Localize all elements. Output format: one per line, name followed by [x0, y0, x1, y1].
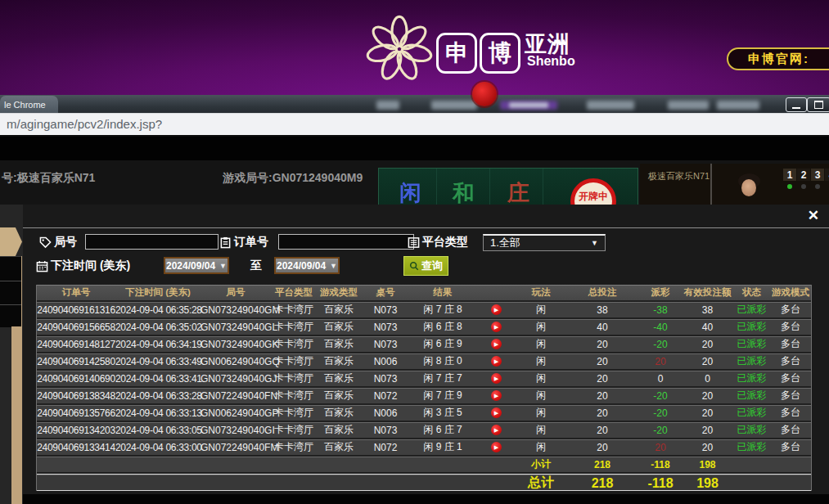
- nav-item-blurred[interactable]: [668, 101, 709, 110]
- column-header: 状态: [733, 286, 770, 299]
- order-no-cell: 240904069142580: [37, 356, 115, 367]
- nav-item-blurred[interactable]: [717, 101, 759, 110]
- subtotal-label: 小计: [516, 457, 565, 471]
- column-header: 桌号: [361, 286, 410, 299]
- status-cell: 已派彩: [733, 406, 770, 420]
- total-valid-bet: 198: [682, 476, 733, 491]
- camera-number[interactable]: 2: [797, 169, 810, 181]
- nav-item-blurred[interactable]: [376, 101, 399, 110]
- close-icon[interactable]: ✕: [808, 207, 819, 224]
- replay-button[interactable]: ▶: [491, 356, 502, 367]
- play-icon: ▶: [494, 324, 498, 330]
- replay-button[interactable]: ▶: [491, 442, 502, 452]
- bet-zone-banker[interactable]: 庄: [507, 178, 529, 208]
- order-no-cell: 240904069133414: [37, 442, 115, 453]
- date-to-select[interactable]: 2024/09/04 ▼: [274, 257, 340, 274]
- search-icon: [409, 261, 419, 271]
- table-row: 240904069135766 2024-09-04 06:33:13 GN00…: [37, 405, 811, 421]
- result-cell: 闲 8 庄 0: [410, 354, 475, 368]
- camera-number[interactable]: 4: [825, 169, 829, 181]
- date-from-select[interactable]: 2024/09/04 ▼: [164, 257, 229, 274]
- total-total-bet: 218: [565, 476, 639, 491]
- total-bet-cell: 40: [565, 322, 639, 333]
- platform-cell: 卡卡湾厅: [271, 423, 317, 437]
- platform-type-select[interactable]: 1.全部 ▼: [483, 234, 606, 251]
- dealer-face: [741, 179, 756, 196]
- column-header: 局号: [200, 286, 271, 299]
- total-bet-cell: 20: [565, 390, 639, 402]
- table-row: 240904069134203 2024-09-04 06:33:05 GN07…: [37, 422, 811, 438]
- total-bet-cell: 20: [565, 407, 639, 419]
- order-no-cell: 240904069134203: [37, 425, 115, 436]
- valid-bet-cell: 0: [682, 373, 733, 385]
- valid-bet-cell: 20: [682, 407, 733, 419]
- browser-tab[interactable]: le Chrome: [0, 96, 58, 113]
- camera-number[interactable]: 1: [783, 169, 796, 181]
- chevron-down-icon: ▼: [330, 262, 337, 270]
- order-no-input[interactable]: [278, 234, 414, 250]
- game-mode-cell: 多台: [770, 389, 811, 403]
- replay-button[interactable]: ▶: [491, 339, 502, 349]
- date-from-value: 2024/09/04: [166, 260, 215, 272]
- game-mode-cell: 多台: [770, 423, 811, 437]
- order-no-cell: 240904069156658: [37, 322, 115, 333]
- replay-button[interactable]: ▶: [491, 390, 502, 401]
- game-round-info: 游戏局号:GN071249040M9: [223, 171, 363, 186]
- game-type-cell: 百家乐: [317, 389, 361, 403]
- play-icon: ▶: [494, 341, 498, 347]
- table-no-cell: N073: [361, 339, 410, 350]
- bet-time-cell: 2024-09-04 06:35:28: [115, 304, 200, 316]
- column-header: 玩法: [516, 286, 565, 299]
- play-icon: ▶: [494, 358, 498, 364]
- official-site-pill[interactable]: 申博官网:: [727, 47, 829, 70]
- order-no-cell: 240904069138348: [37, 390, 115, 402]
- payout-cell: -20: [639, 425, 682, 436]
- column-header: 下注时间 (美东): [115, 286, 200, 299]
- replay-button[interactable]: ▶: [491, 322, 502, 332]
- bet-zone-tie[interactable]: 和: [453, 178, 475, 208]
- bet-time-cell: 2024-09-04 06:33:41: [115, 373, 200, 385]
- column-header: 平台类型: [271, 286, 317, 299]
- play-type-cell: 闲: [516, 303, 565, 317]
- chip-rail-tab: [0, 227, 22, 256]
- table-row: 240904069133414 2024-09-04 06:33:00 GN07…: [37, 439, 811, 455]
- play-type-cell: 闲: [516, 423, 565, 437]
- total-label: 总计: [516, 475, 565, 492]
- replay-button[interactable]: ▶: [491, 373, 502, 384]
- query-button[interactable]: 查询: [403, 256, 448, 276]
- replay-cell: ▶: [475, 304, 516, 315]
- subtotal-row: 小计 218 -118 198: [37, 457, 811, 472]
- replay-button[interactable]: ▶: [491, 407, 502, 418]
- round-no-input[interactable]: [85, 234, 219, 250]
- maximize-button[interactable]: [807, 97, 829, 112]
- platform-cell: 卡卡湾厅: [271, 389, 317, 403]
- replay-button[interactable]: ▶: [491, 425, 502, 435]
- status-cell: 已派彩: [733, 389, 770, 403]
- query-button-label: 查询: [421, 259, 443, 273]
- replay-cell: ▶: [475, 407, 516, 418]
- valid-bet-cell: 40: [682, 322, 733, 333]
- nav-item-blurred-label: [509, 102, 548, 108]
- platform-cell: 卡卡湾厅: [271, 337, 317, 351]
- replay-cell: ▶: [475, 356, 516, 367]
- bet-time-label: 下注时间 (美东): [51, 259, 130, 273]
- play-icon: ▶: [494, 444, 498, 450]
- camera-number[interactable]: 3: [811, 169, 824, 181]
- replay-button[interactable]: ▶: [491, 304, 502, 315]
- nav-item-blurred[interactable]: [587, 101, 634, 110]
- bet-time-cell: 2024-09-04 06:34:19: [115, 339, 200, 350]
- platform-cell: 卡卡湾厅: [271, 320, 317, 334]
- valid-bet-cell: 20: [682, 390, 733, 402]
- play-type-cell: 闲: [516, 337, 565, 351]
- payout-cell: -38: [639, 304, 682, 316]
- platform-type-value: 1.全部: [490, 236, 520, 250]
- total-row: 总计 218 -118 198: [37, 475, 811, 490]
- game-mode-cell: 多台: [770, 354, 811, 368]
- bet-zone-player[interactable]: 闲: [399, 178, 421, 208]
- round-no-cell: GN006249040GQ: [200, 356, 271, 367]
- total-bet-cell: 20: [565, 339, 639, 350]
- platform-cell: 卡卡湾厅: [271, 354, 317, 368]
- nav-item-blurred[interactable]: [431, 101, 477, 110]
- bet-time-cell: 2024-09-04 06:33:28: [115, 390, 200, 402]
- minimize-button[interactable]: [786, 97, 807, 112]
